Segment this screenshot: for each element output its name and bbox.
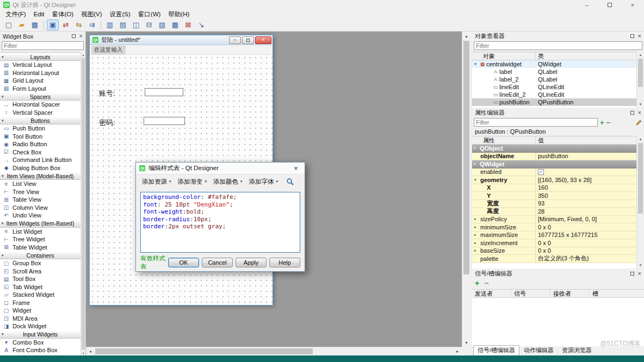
widget-box-item-form-layout[interactable]: ▧Form Layout — [0, 85, 81, 93]
object-row-lineEdit[interactable]: ▭lineEditQLineEdit — [472, 83, 636, 91]
widget-box-item-group-box[interactable]: ▢Group Box — [0, 259, 81, 267]
tab-signal-slot-editor[interactable]: 信号/槽编辑器 — [473, 345, 519, 355]
tab-resource-browser[interactable]: 资源浏览器 — [558, 346, 596, 355]
column-header-3[interactable]: 槽 — [590, 290, 644, 297]
object-row-label[interactable]: AlabelQLabel — [472, 68, 636, 76]
object-row-label_2[interactable]: Alabel_2QLabel — [472, 76, 636, 83]
property-row-maximumSize[interactable]: ▸maximumSize16777215 x 16777215 — [472, 232, 636, 240]
widget-box-item-vertical-spacer[interactable]: ↕Vertical Spacer — [0, 109, 81, 117]
menu-settings[interactable]: 设置(S) — [106, 10, 134, 18]
scroll-up-icon[interactable]: ▴ — [637, 136, 644, 142]
ok-button[interactable]: OK — [168, 258, 199, 267]
widget-box-section-input-widgets[interactable]: ▾Input Widgets — [0, 330, 81, 339]
menu-edit[interactable]: Edit — [30, 10, 48, 18]
configure-button[interactable] — [635, 119, 642, 126]
property-value[interactable]: 自定义的(3 个角色) — [536, 255, 636, 263]
menu-form[interactable]: 窗体(O) — [48, 10, 78, 18]
property-group-QObject[interactable]: ▾QObject — [472, 145, 636, 153]
property-row-sizePolicy[interactable]: ▸sizePolicy[Minimum, Fixed, 0, 0] — [472, 216, 636, 224]
dialog-titlebar[interactable]: Qt 编辑样式表 - Qt Designer × — [136, 163, 305, 174]
widget-box-item-tree-widget[interactable]: ⊢Tree Widget — [0, 235, 81, 244]
float-panel-icon[interactable] — [630, 111, 634, 115]
property-row-objectName[interactable]: objectNamepushButton — [472, 153, 636, 161]
edit-buddies-button[interactable]: ⇆ — [73, 20, 85, 30]
add-resource-dropdown[interactable]: 添加资源▾ — [139, 177, 174, 187]
float-panel-icon[interactable] — [72, 34, 76, 38]
window-close-button[interactable]: × — [621, 0, 644, 10]
form-minimize-button[interactable]: – — [229, 36, 241, 44]
layout-grid-button[interactable]: ▦ — [169, 20, 181, 30]
widget-box-item-list-widget[interactable]: ≡List Widget — [0, 228, 81, 236]
widget-box-section-containers[interactable]: ▾Containers — [0, 251, 81, 259]
mdi-area[interactable]: Qt 登陆 - untitled* – × 在这里输入 账号:密码: Qt 编辑… — [86, 32, 470, 355]
add-dynamic-property-button[interactable]: + — [600, 119, 604, 126]
chevron-right-icon[interactable]: ▸ — [474, 217, 480, 221]
property-row-Y[interactable]: Y350 — [472, 192, 636, 200]
property-value[interactable]: 0 x 0 — [536, 223, 636, 232]
property-value[interactable]: 0 x 0 — [536, 239, 636, 247]
float-panel-icon[interactable] — [630, 34, 634, 38]
add-connection-button[interactable]: + — [475, 279, 479, 287]
remove-dynamic-property-button[interactable]: − — [606, 119, 611, 126]
close-panel-icon[interactable]: × — [638, 33, 641, 39]
menu-window[interactable]: 窗口(W) — [134, 10, 165, 18]
widget-box-item-stacked-widget[interactable]: ▱Stacked Widget — [0, 291, 81, 299]
add-font-dropdown[interactable]: 添加字体▾ — [246, 177, 281, 187]
close-panel-icon[interactable]: × — [638, 271, 641, 277]
menu-help[interactable]: 帮助(H) — [164, 10, 193, 18]
widget-box-item-scroll-area[interactable]: ◰Scroll Area — [0, 267, 81, 276]
chevron-down-icon[interactable]: ▾ — [474, 178, 480, 182]
property-value[interactable]: ✓ — [536, 168, 636, 177]
scroll-down-icon[interactable]: ▾ — [637, 101, 644, 108]
save-form-button[interactable]: ▦ — [29, 20, 41, 30]
property-row-enabled[interactable]: enabled✓ — [472, 168, 636, 177]
widget-box-item-combo-box[interactable]: ▾Combo Box — [0, 339, 81, 347]
scroll-up-icon[interactable]: ▴ — [637, 52, 644, 58]
widget-box-item-horizontal-spacer[interactable]: ↔Horizontal Spacer — [0, 101, 81, 109]
widget-box-section-item-views[interactable]: ▾Item Views (Model-Based) — [0, 172, 81, 180]
new-form-button[interactable]: ▢ — [3, 20, 15, 30]
scrollbar-thumb[interactable] — [82, 58, 85, 350]
column-header-property[interactable]: 属性 — [472, 136, 536, 144]
checkbox-checked-icon[interactable]: ✓ — [538, 169, 544, 175]
object-inspector-filter-input[interactable] — [474, 41, 642, 50]
help-button[interactable]: Help — [269, 258, 300, 267]
column-header-value[interactable]: 值 — [536, 136, 636, 145]
property-row-palette[interactable]: palette自定义的(3 个角色) — [472, 255, 636, 263]
remove-connection-button[interactable]: − — [484, 279, 488, 287]
break-layout-button[interactable]: ⊠ — [182, 20, 194, 30]
widget-box-item-font-combo-box[interactable]: AFont Combo Box — [0, 346, 81, 354]
property-filter-input[interactable] — [474, 118, 598, 127]
widget-box-item-command-link-button[interactable]: →Command Link Button — [0, 156, 81, 164]
stylesheet-text[interactable]: background-color: #fafafe;font: 25 10pt … — [140, 192, 300, 253]
scroll-down-icon[interactable]: ▾ — [637, 262, 644, 269]
scroll-up-icon[interactable]: ▴ — [81, 52, 85, 57]
layout-horizontal-button[interactable]: ▥ — [104, 20, 116, 30]
splitter-horizontal-button[interactable]: ◫ — [130, 20, 142, 30]
scroll-left-icon[interactable]: ◂ — [86, 347, 95, 355]
property-value[interactable]: 28 — [536, 208, 636, 216]
dialog-close-button[interactable]: × — [287, 163, 305, 174]
apply-button[interactable]: Apply — [236, 258, 267, 267]
widget-box-item-push-button[interactable]: ▭Push Button — [0, 124, 81, 133]
column-header-object[interactable]: 对象 — [472, 52, 536, 60]
widget-box-item-dock-widget[interactable]: ◨Dock Widget — [0, 322, 81, 330]
property-row-sizeIncrement[interactable]: ▸sizeIncrement0 x 0 — [472, 239, 636, 247]
adjust-size-button[interactable]: ↘ — [195, 20, 207, 30]
scrollbar-thumb[interactable] — [463, 41, 469, 274]
scroll-up-icon[interactable]: ▴ — [462, 32, 470, 40]
widget-box-item-vertical-layout[interactable]: ▤Vertical Layout — [0, 61, 81, 69]
form-close-button[interactable]: × — [255, 36, 271, 44]
property-value[interactable]: [(160, 350), 93 x 28] — [536, 176, 636, 184]
property-value[interactable]: pushButton — [536, 153, 636, 161]
form-window-titlebar[interactable]: Qt 登陆 - untitled* – × — [90, 35, 273, 45]
property-row-geometry[interactable]: ▾geometry[(160, 350), 93 x 28] — [472, 176, 636, 184]
mdi-vertical-scrollbar[interactable]: ▴ ▾ — [462, 32, 470, 347]
column-header-0[interactable]: 发送者 — [472, 290, 511, 297]
splitter-vertical-button[interactable]: ⊟ — [143, 20, 155, 30]
widget-box-item-mdi-area[interactable]: ◳MDI Area — [0, 315, 81, 323]
float-panel-icon[interactable] — [630, 272, 634, 276]
widget-box-section-layouts[interactable]: ▾Layouts — [0, 53, 81, 61]
widget-box-section-buttons[interactable]: ▾Buttons — [0, 116, 81, 124]
property-group-QWidget[interactable]: ▾QWidget — [472, 160, 636, 168]
